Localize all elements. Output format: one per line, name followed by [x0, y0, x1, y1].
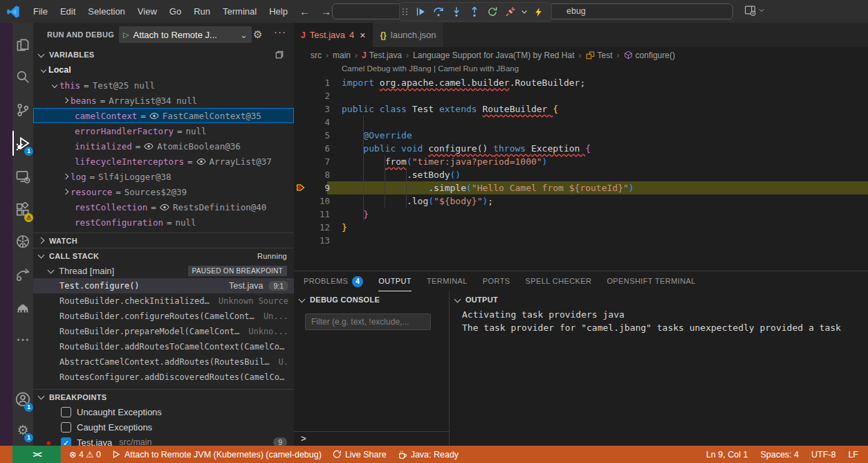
- thread-row[interactable]: Thread [main]PAUSED ON BREAKPOINT: [33, 263, 294, 278]
- code-line-13[interactable]: 13: [294, 234, 868, 247]
- code-line-11[interactable]: 11 }: [294, 208, 868, 221]
- activity-item-run-and-debug[interactable]: 1: [12, 131, 33, 156]
- activity-item-more-views[interactable]: [12, 327, 33, 352]
- breadcrumb-item[interactable]: configure(): [624, 51, 675, 60]
- open-editors-icon[interactable]: [275, 50, 284, 60]
- status-problems[interactable]: ⊗ 4 ⚠ 0: [69, 449, 101, 460]
- variable-row-lifecycleinterceptors[interactable]: lifecycleInterceptors=ArrayList@37: [33, 154, 294, 169]
- breakpoint-checkbox[interactable]: ✓: [61, 437, 71, 446]
- call-stack-section-header[interactable]: CALL STACKRunning: [33, 248, 294, 263]
- breakpoint-checkbox[interactable]: [61, 407, 71, 417]
- code-line-12[interactable]: 12}: [294, 221, 868, 234]
- variable-row-initialized[interactable]: initialized=AtomicBoolean@36: [33, 138, 294, 154]
- step-into-button[interactable]: [447, 3, 465, 20]
- remote-indicator[interactable]: ><: [12, 446, 61, 463]
- debug-settings-gear-icon[interactable]: ⚙: [253, 28, 262, 41]
- panel-tab-problems[interactable]: PROBLEMS4: [304, 271, 363, 291]
- paused-breakpoint-icon[interactable]: [296, 183, 306, 192]
- menu-item-go[interactable]: Go: [163, 6, 187, 17]
- breadcrumb-item[interactable]: Test: [586, 51, 613, 60]
- activity-item-search[interactable]: [12, 64, 33, 89]
- code-line-3[interactable]: 3public class Test extends RouteBuilder …: [294, 102, 868, 116]
- editor-tab-launch-json[interactable]: {}launch.json: [373, 23, 443, 47]
- lightning-button[interactable]: [529, 3, 547, 20]
- activity-item-camel[interactable]: [12, 294, 33, 319]
- menu-item-view[interactable]: View: [131, 6, 163, 17]
- continue-button[interactable]: [412, 3, 430, 20]
- customize-layout-button[interactable]: [744, 4, 765, 16]
- debug-console-header[interactable]: DEBUG CONSOLE: [294, 291, 449, 308]
- activity-item-manage[interactable]: ⚙1: [12, 417, 33, 442]
- activity-item-explorer[interactable]: [12, 33, 33, 57]
- stack-frame[interactable]: RouteBuilder.configureRoutes(CamelContex…: [33, 309, 294, 324]
- breadcrumb-item[interactable]: Language Support for Java(TM) by Red Hat: [413, 51, 574, 60]
- code-line-7[interactable]: 7 from("timer:java?period=1000"): [294, 155, 868, 168]
- code-line-5[interactable]: 5 @Override: [294, 129, 868, 142]
- breadcrumb-item[interactable]: main: [333, 51, 351, 60]
- activity-item-accounts[interactable]: 1: [12, 387, 33, 412]
- code-line-9[interactable]: 9 .simple("Hello Camel from ${routeId}"): [294, 181, 868, 194]
- stack-frame[interactable]: RouteBuilder.checkInitialized()Unknown S…: [33, 293, 294, 309]
- status-cursor-position[interactable]: Ln 9, Col 1: [706, 450, 748, 460]
- stack-frame[interactable]: AbstractCamelContext.addRoutes(RoutesBui…: [33, 354, 294, 370]
- stack-frame[interactable]: RouteBuilder.prepareModel(CamelContext)U…: [33, 324, 294, 339]
- activity-item-openshift[interactable]: [12, 262, 33, 287]
- stack-frame[interactable]: RoutesConfigurer.addDiscoveredRoutes(Cam…: [33, 370, 294, 385]
- output-log[interactable]: Activating task providers javaThe task p…: [450, 308, 868, 334]
- code-line-2[interactable]: 2: [294, 89, 868, 102]
- variable-row-restconfiguration[interactable]: restConfiguration=null: [33, 215, 294, 230]
- variable-row-restcollection[interactable]: restCollection=RestsDefinition@40: [33, 199, 294, 215]
- status-java-status[interactable]: Java: Ready: [398, 450, 459, 460]
- status-encoding[interactable]: UTF-8: [811, 450, 835, 460]
- variable-row-camelcontext[interactable]: camelContext=FastCamelContext@35: [33, 108, 294, 123]
- output-header[interactable]: OUTPUT: [450, 291, 868, 308]
- step-out-button[interactable]: [465, 3, 483, 20]
- breakpoint-checkbox[interactable]: [61, 422, 71, 433]
- breakpoints-section-header[interactable]: BREAKPOINTS: [33, 389, 294, 404]
- code-line-8[interactable]: 8 .setBody(): [294, 168, 868, 181]
- panel-tab-output[interactable]: OUTPUT: [378, 271, 412, 291]
- breakpoint-row[interactable]: ●✓Test.javasrc/main9: [33, 435, 294, 446]
- watch-section-header[interactable]: WATCH: [33, 233, 294, 248]
- editor-tab-test-java[interactable]: JTest.java4×: [294, 23, 373, 47]
- panel-tab-openshift-terminal[interactable]: OPENSHIFT TERMINAL: [607, 271, 695, 291]
- variable-row-log[interactable]: log=Slf4jLogger@38: [33, 169, 294, 184]
- disconnect-button[interactable]: [501, 3, 519, 20]
- menu-item-file[interactable]: File: [27, 6, 54, 17]
- code-line-6[interactable]: 6 public void configure() throws Excepti…: [294, 142, 868, 155]
- step-over-button[interactable]: [430, 3, 447, 20]
- launch-configuration-dropdown[interactable]: ▷ Attach to Remote J... ⌄: [119, 26, 252, 43]
- toolbar-drag-grip-icon[interactable]: [403, 8, 408, 15]
- breakpoint-row[interactable]: Uncaught Exceptions: [33, 404, 294, 419]
- lazy-eval-eye-icon[interactable]: [196, 158, 206, 165]
- breadcrumb-item[interactable]: JTest.java: [362, 51, 402, 60]
- nav-back-arrow[interactable]: ←: [294, 6, 315, 17]
- activity-item-remote-explorer[interactable]: [12, 164, 33, 189]
- menu-item-run[interactable]: Run: [187, 6, 216, 17]
- restart-button[interactable]: [483, 3, 501, 20]
- variable-row-errorhandlerfactory[interactable]: errorHandlerFactory=null: [33, 123, 294, 138]
- lazy-eval-eye-icon[interactable]: [149, 112, 159, 120]
- lazy-eval-eye-icon[interactable]: [144, 143, 154, 150]
- variable-row-beans[interactable]: beans=ArrayList@34 null: [33, 93, 294, 108]
- chevron-down-button[interactable]: [519, 3, 529, 20]
- status-debug-session[interactable]: Attach to Remote JVM (Kubernetes) (camel…: [112, 450, 322, 460]
- code-line-4[interactable]: 4: [294, 116, 868, 129]
- breadcrumb-item[interactable]: src: [311, 51, 322, 60]
- status-indentation[interactable]: Spaces: 4: [760, 450, 799, 460]
- variable-row-this[interactable]: this=Test@25 null: [33, 78, 294, 93]
- status-eol[interactable]: LF: [848, 450, 858, 460]
- activity-item-extensions[interactable]: ⚠: [12, 197, 33, 222]
- activity-item-kubernetes[interactable]: [12, 229, 33, 254]
- menu-item-help[interactable]: Help: [263, 6, 294, 17]
- debug-console-prompt[interactable]: >: [294, 431, 449, 446]
- views-more-actions-button[interactable]: ···: [274, 26, 286, 37]
- variable-row-local[interactable]: Local: [33, 62, 294, 78]
- code-line-1[interactable]: 1import org.apache.camel.builder.RouteBu…: [294, 76, 868, 89]
- menu-item-selection[interactable]: Selection: [82, 6, 131, 17]
- lazy-eval-eye-icon[interactable]: [160, 203, 169, 211]
- code-editor[interactable]: Camel Debug with JBang | Camel Run with …: [294, 63, 868, 293]
- status-live-share[interactable]: Live Share: [333, 450, 387, 460]
- debug-console-filter-input[interactable]: [305, 314, 431, 330]
- menu-item-terminal[interactable]: Terminal: [216, 6, 263, 17]
